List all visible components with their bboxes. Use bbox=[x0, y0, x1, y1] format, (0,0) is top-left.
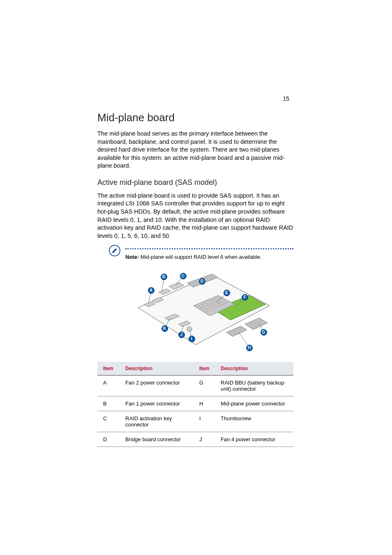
cell-description: Thumbscrew bbox=[217, 411, 293, 432]
header-item-1: Item bbox=[97, 362, 121, 375]
svg-line-24 bbox=[239, 332, 249, 347]
callout-h: H bbox=[246, 345, 253, 351]
sub-paragraph: The active mid-plane board is used to pr… bbox=[97, 192, 293, 240]
callout-c: C bbox=[180, 273, 187, 279]
callout-a: A bbox=[148, 287, 154, 294]
note-block: Note: Mid-plane will support RAID level … bbox=[97, 248, 293, 261]
cell-description: Bridge board connector bbox=[121, 432, 195, 447]
callout-j: J bbox=[178, 332, 185, 338]
cell-description: RAID BBU (battery backup unit) connector bbox=[217, 375, 293, 396]
svg-point-14 bbox=[187, 327, 192, 332]
subheading-active-midplane: Active mid-plane board (SAS model) bbox=[97, 178, 293, 187]
table-row: C RAID activation key connector I Thumbs… bbox=[97, 411, 293, 432]
callout-g: G bbox=[261, 329, 267, 336]
cell-description: Fan 4 power connector bbox=[217, 432, 293, 447]
connector-table: Item Description Item Description A Fan … bbox=[97, 362, 293, 447]
header-item-2: Item bbox=[195, 362, 217, 375]
svg-marker-15 bbox=[245, 318, 267, 329]
cell-item: C bbox=[97, 411, 121, 432]
cell-description: RAID activation key connector bbox=[121, 411, 195, 432]
table-row: D Bridge board connector J Fan 4 power c… bbox=[97, 432, 293, 447]
cell-item: I bbox=[195, 411, 217, 432]
callout-f: F bbox=[242, 294, 248, 301]
heading-midplane-board: Mid-plane board bbox=[97, 111, 293, 124]
cell-description: Mid-plane power connector bbox=[217, 396, 293, 411]
board-illustration bbox=[118, 267, 274, 357]
pencil-note-icon bbox=[109, 245, 120, 256]
cell-item: D bbox=[97, 432, 121, 447]
header-description-1: Description bbox=[121, 362, 195, 375]
dotted-divider bbox=[125, 248, 293, 249]
table-row: A Fan 2 power connector G RAID BBU (batt… bbox=[97, 375, 293, 396]
cell-description: Fan 2 power connector bbox=[121, 375, 195, 396]
table-row: B Fan 1 power connector H Mid-plane powe… bbox=[97, 396, 293, 411]
cell-item: G bbox=[195, 375, 217, 396]
cell-item: B bbox=[97, 396, 121, 411]
callout-i: I bbox=[189, 336, 195, 342]
header-description-2: Description bbox=[217, 362, 293, 375]
callout-d: D bbox=[199, 278, 205, 285]
cell-item: J bbox=[195, 432, 217, 447]
callout-e: E bbox=[224, 290, 230, 296]
midplane-board-diagram: A B C D E F G H I J K bbox=[118, 267, 274, 357]
callout-k: K bbox=[161, 325, 168, 332]
note-label: Note: bbox=[125, 254, 139, 260]
intro-paragraph: The mid-plane boad serves as the primary… bbox=[97, 130, 293, 170]
page-content: Mid-plane board The mid-plane boad serve… bbox=[97, 111, 293, 447]
table-header-row: Item Description Item Description bbox=[97, 362, 293, 375]
callout-b: B bbox=[161, 274, 167, 280]
page-number: 15 bbox=[283, 95, 289, 102]
cell-item: H bbox=[195, 396, 217, 411]
note-body: Mid-plane will support RAID level 6 when… bbox=[141, 254, 262, 260]
note-text: Note: Mid-plane will support RAID level … bbox=[125, 253, 293, 261]
svg-marker-16 bbox=[226, 326, 247, 336]
cell-description: Fan 1 power connector bbox=[121, 396, 195, 411]
cell-item: A bbox=[97, 375, 121, 396]
